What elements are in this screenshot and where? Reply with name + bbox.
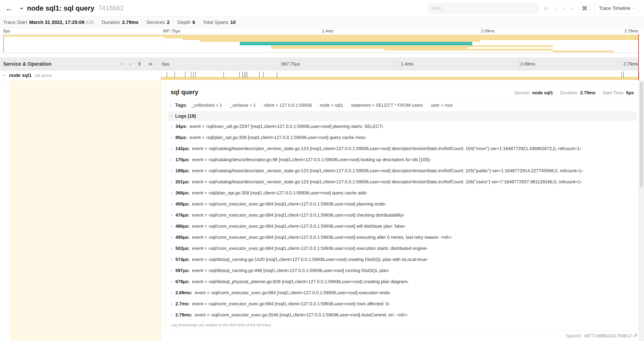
- log-row[interactable]: ›597μs:event = ‹sql/distsql_running.go:4…: [168, 265, 636, 276]
- chevron-down-icon[interactable]: ›: [19, 7, 25, 9]
- log-row[interactable]: ›678μs:event = ‹sql/distsql_physical_pla…: [168, 276, 636, 287]
- log-marker: [277, 72, 277, 78]
- chevron-down-icon[interactable]: ›: [2, 75, 6, 76]
- summary-label: Depth: [178, 20, 190, 25]
- tag-item[interactable]: user = root: [431, 103, 452, 108]
- log-row[interactable]: ›142μs:event = ‹sql/catalog/lease/descri…: [168, 143, 636, 154]
- log-message: event = ‹sql/conn_executor_exec.go:2046 …: [194, 312, 408, 318]
- minimap-span-bar[interactable]: [384, 49, 553, 51]
- log-timestamp: 486μs:: [175, 223, 190, 229]
- timeline-axis: 0μs697.75μs1.4ms2.09ms2.79ms: [161, 58, 639, 70]
- locate-icon[interactable]: ⊕: [544, 5, 548, 11]
- span-detail-meta: Service: node sql1 Duration: 2.79ms Star…: [514, 90, 634, 96]
- service-operation-header: Service & Operation: [3, 61, 51, 67]
- log-message: event = ‹sql/conn_executor_exec.go:684 […: [192, 301, 390, 306]
- divider: [260, 103, 260, 108]
- span-bar[interactable]: [161, 77, 639, 80]
- expand-all-icon[interactable]: ≫: [148, 61, 153, 67]
- vertical-scrollbar[interactable]: [639, 81, 644, 341]
- log-row[interactable]: ›34μs:event = ‹sql/exec_util.go:2297 [ns…: [168, 121, 636, 132]
- log-row[interactable]: ›201μs:event = ‹sql/catalog/lease/descri…: [168, 176, 636, 187]
- log-message: event = ‹sql/conn_executor_exec.go:684 […: [192, 212, 404, 218]
- divider: [599, 91, 599, 95]
- collapse-one-icon[interactable]: ›: [120, 63, 125, 65]
- log-row[interactable]: ›495μs:event = ‹sql/conn_executor_exec.g…: [168, 232, 636, 243]
- chevron-down-icon: ›: [170, 115, 174, 117]
- tag-item[interactable]: _unfinished = 1: [191, 103, 222, 108]
- span-detail-card: sql query Service: node sql1 Duration: 2…: [166, 84, 639, 331]
- minimap-span-bar[interactable]: [271, 45, 553, 47]
- link-icon[interactable]: [633, 333, 638, 339]
- span-detail-title: sql query: [170, 89, 198, 96]
- log-row[interactable]: ›476μs:event = ‹sql/conn_executor_exec.g…: [168, 209, 636, 221]
- chevron-down-icon: ›: [632, 8, 636, 9]
- tag-item[interactable]: statement = SELECT * FROM users: [351, 103, 423, 108]
- clear-search-icon[interactable]: ×: [571, 5, 574, 11]
- span-service-name: node sql1: [9, 73, 32, 78]
- back-button[interactable]: ←: [2, 4, 16, 13]
- log-timestamp: 189μs:: [175, 168, 190, 173]
- log-timestamp: 34μs:: [175, 124, 187, 129]
- log-row[interactable]: ›574μs:event = ‹sql/distsql_running.go:1…: [168, 254, 636, 265]
- logs-header[interactable]: › Logs (18): [168, 111, 636, 121]
- trace-timeline-label: Trace Timeline: [599, 6, 630, 11]
- tags-row[interactable]: › Tags: _unfinished = 1_verbose = 1clien…: [166, 100, 639, 110]
- span-row[interactable]: › node sql1 sql query: [0, 70, 639, 81]
- minimap-span-bar[interactable]: [200, 40, 480, 42]
- divider: [174, 20, 174, 25]
- tag-item[interactable]: node = sql1: [320, 103, 343, 108]
- log-row[interactable]: ›366μs:event = ‹sql/plan_opt.go:358 [nsq…: [168, 187, 636, 198]
- span-detail-area: sql query Service: node sql1 Duration: 2…: [0, 81, 644, 341]
- minimap-canvas[interactable]: [3, 34, 639, 53]
- log-row[interactable]: ›2.7ms:event = ‹sql/conn_executor_exec.g…: [168, 298, 636, 309]
- log-row[interactable]: ›459μs:event = ‹sql/conn_executor_exec.g…: [168, 198, 636, 209]
- minimap-span-bar[interactable]: [183, 39, 639, 40]
- next-result-icon[interactable]: ∨: [562, 6, 565, 11]
- minimap-span-bar[interactable]: [271, 47, 468, 49]
- collapse-all-icon[interactable]: ≫: [137, 62, 142, 66]
- minimap-span-bar[interactable]: [164, 37, 639, 38]
- log-marker: [242, 72, 243, 78]
- chevron-right-icon: ›: [171, 224, 172, 229]
- log-row[interactable]: ›2.69ms:event = ‹sql/conn_executor_exec.…: [168, 287, 636, 298]
- span-detail-header: sql query Service: node sql1 Duration: 2…: [166, 84, 639, 100]
- log-message: event = ‹sql/catalog/lease/descriptor_ve…: [192, 168, 583, 173]
- minimap-span-bar[interactable]: [553, 51, 614, 52]
- divider: [427, 103, 427, 108]
- log-marker: [240, 72, 240, 78]
- keyboard-shortcuts-button[interactable]: ⌘: [579, 3, 590, 14]
- scrollbar-thumb[interactable]: [640, 82, 643, 188]
- expand-one-icon[interactable]: ›: [130, 61, 131, 67]
- log-row[interactable]: ›189μs:event = ‹sql/catalog/lease/descri…: [168, 165, 636, 176]
- range-scrubber-left[interactable]: [4, 34, 4, 53]
- log-row[interactable]: ›486μs:event = ‹sql/conn_executor_exec.g…: [168, 221, 636, 232]
- timeline-header-left: Service & Operation › › ≫ ≫: [0, 58, 161, 70]
- summary-value: 2: [167, 20, 170, 25]
- tag-item[interactable]: _verbose = 1: [230, 103, 256, 108]
- log-marker: [244, 72, 244, 78]
- tag-item[interactable]: client = 127.0.0.1:59936: [264, 103, 312, 108]
- log-timestamp: 366μs:: [175, 190, 190, 196]
- log-row[interactable]: ›2.79ms:event = ‹sql/conn_executor_exec.…: [168, 309, 636, 320]
- log-row[interactable]: ›80μs:event = ‹sql/plan_opt.go:358 [nsql…: [168, 132, 636, 143]
- prev-result-icon[interactable]: ∧: [554, 6, 556, 11]
- minimap-span-bar[interactable]: [240, 42, 472, 44]
- span-row-name-column[interactable]: › node sql1 sql query: [0, 70, 161, 81]
- span-row-track[interactable]: [161, 70, 639, 81]
- log-row[interactable]: ›502μs:event = ‹sql/conn_executor_exec.g…: [168, 243, 636, 254]
- log-timestamp: 80μs:: [175, 135, 187, 140]
- minimap-span-bar[interactable]: [4, 35, 639, 37]
- column-divider[interactable]: [161, 81, 161, 341]
- trace-minimap[interactable]: 0μs697.75μs1.4ms2.09ms2.79ms: [3, 28, 639, 53]
- minimap-span-bar[interactable]: [240, 44, 472, 45]
- divider: [316, 103, 316, 108]
- log-marker: [185, 72, 186, 78]
- log-message: event = ‹sql/distsql_running.go:1420 [ns…: [192, 257, 428, 262]
- chevron-right-icon: ›: [171, 268, 172, 273]
- find-input[interactable]: [428, 3, 538, 14]
- log-row[interactable]: ›176μs:event = ‹sql/catalog/descs/descri…: [168, 154, 636, 165]
- log-message: event = ‹sql/catalog/descs/descriptor.go…: [192, 157, 431, 162]
- log-timestamp: 2.69ms:: [175, 290, 192, 295]
- trace-timeline-dropdown[interactable]: Trace Timeline ›: [594, 3, 639, 14]
- span-id-label: SpanID:: [566, 333, 582, 338]
